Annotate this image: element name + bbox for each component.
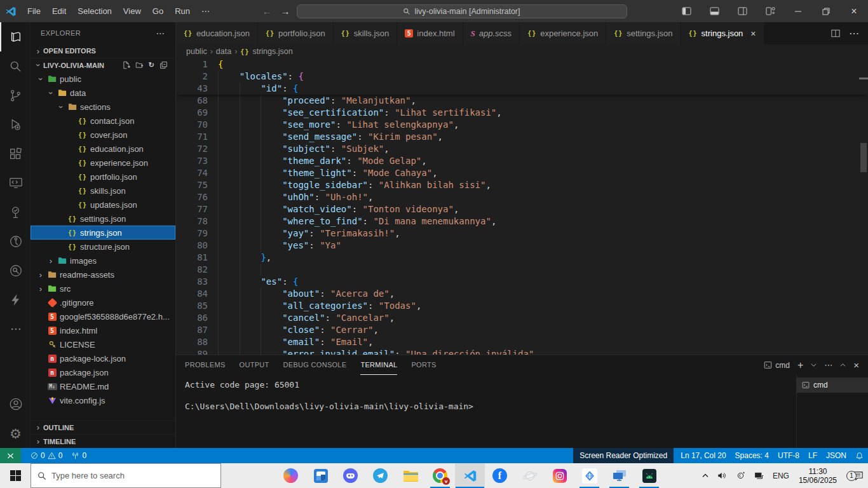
- customize-layout-icon[interactable]: [757, 1, 783, 22]
- taskbar-clock[interactable]: 11:30 15/06/2025: [794, 467, 842, 485]
- taskbar-app-file-explorer[interactable]: [395, 463, 425, 488]
- menu-run[interactable]: Run: [169, 6, 196, 16]
- code-editor[interactable]: 1{ 2"locales": { 43"id": { 68"proceed": …: [176, 58, 868, 355]
- tree-item-skills.json[interactable]: {} skills.json: [31, 184, 175, 198]
- collapse-folders-icon[interactable]: [159, 61, 168, 69]
- command-center-search[interactable]: livy-olivia-main [Administrator]: [297, 4, 627, 18]
- breadcrumb[interactable]: public›data›{} strings.json: [176, 44, 868, 58]
- tree-item-portfolio.json[interactable]: {} portfolio.json: [31, 170, 175, 184]
- tree-item-src[interactable]: › src: [31, 281, 175, 295]
- tree-item-LICENSE[interactable]: LICENSE: [31, 337, 175, 351]
- breadcrumb-item[interactable]: public: [186, 47, 207, 56]
- thunder-client-icon[interactable]: [0, 285, 30, 315]
- close-window-button[interactable]: ×: [841, 1, 867, 22]
- tab-education.json[interactable]: {}education.json: [176, 22, 258, 44]
- cursor-position[interactable]: Ln 17, Col 20: [676, 448, 730, 463]
- todo-tree-icon[interactable]: [0, 198, 30, 227]
- tree-item-strings.json[interactable]: {} strings.json: [31, 226, 175, 240]
- restore-button[interactable]: [813, 1, 839, 22]
- new-file-icon[interactable]: [122, 61, 130, 69]
- refresh-icon[interactable]: ↻: [149, 61, 154, 69]
- outline-section[interactable]: ›OUTLINE: [31, 420, 175, 434]
- terminal-dropdown-icon[interactable]: [811, 363, 817, 367]
- terminal-output[interactable]: Active code page: 65001 C:\Users\Dell\Do…: [176, 375, 796, 448]
- open-editors-section[interactable]: ›OPEN EDITORS: [31, 44, 175, 58]
- taskbar-app-telegram[interactable]: [365, 463, 395, 488]
- toggle-panel-icon[interactable]: [702, 1, 727, 22]
- panel-tab-debug-console[interactable]: DEBUG CONSOLE: [283, 355, 347, 375]
- more-views-icon[interactable]: [0, 315, 30, 344]
- toggle-primary-sidebar-icon[interactable]: [674, 1, 699, 22]
- tree-item-sections[interactable]: › sections: [31, 100, 175, 114]
- tray-expand-icon[interactable]: [698, 473, 713, 478]
- taskbar-app-photos[interactable]: [306, 463, 336, 488]
- tree-item-.gitignore[interactable]: .gitignore: [31, 295, 175, 309]
- menu-selection[interactable]: Selection: [72, 6, 117, 16]
- editor-scrollbar[interactable]: [859, 58, 868, 355]
- panel-tab-problems[interactable]: PROBLEMS: [185, 355, 226, 375]
- explorer-more-actions-icon[interactable]: ⋯: [156, 28, 165, 38]
- taskbar-app-instagram[interactable]: [545, 463, 574, 488]
- network-icon[interactable]: [750, 471, 768, 480]
- breadcrumb-item[interactable]: data: [216, 47, 231, 56]
- gitlens-inspect-icon[interactable]: [0, 256, 30, 285]
- search-icon[interactable]: [0, 51, 30, 81]
- workspace-section[interactable]: ›LIVY-OLIVIA-MAIN ↻: [31, 58, 175, 72]
- taskbar-app-planet[interactable]: [515, 463, 545, 488]
- tree-item-data[interactable]: › data: [31, 86, 175, 100]
- volume-icon[interactable]: [713, 471, 731, 480]
- extensions-icon[interactable]: [0, 139, 30, 168]
- start-button[interactable]: [0, 463, 31, 488]
- remote-indicator[interactable]: [0, 448, 21, 463]
- menu-edit[interactable]: Edit: [46, 6, 72, 16]
- notification-center-icon[interactable]: 1: [842, 471, 868, 481]
- tab-skills.json[interactable]: {}skills.json: [334, 22, 398, 44]
- panel-tab-ports[interactable]: PORTS: [411, 355, 436, 375]
- taskbar-app-discord[interactable]: [336, 463, 365, 488]
- terminal-instance-cmd[interactable]: cmd: [797, 377, 868, 393]
- terminal-profile-label[interactable]: cmd: [764, 361, 790, 370]
- minimize-button[interactable]: [785, 1, 811, 22]
- taskbar-app-diamond[interactable]: [574, 463, 604, 488]
- taskbar-app-facebook[interactable]: f: [485, 463, 515, 488]
- tab-portfolio.json[interactable]: {}portfolio.json: [258, 22, 334, 44]
- taskbar-app-android-emulator[interactable]: [634, 463, 664, 488]
- screen-reader-badge[interactable]: Screen Reader Optimized: [573, 448, 674, 463]
- tree-item-vite.config.js[interactable]: vite.config.js: [31, 393, 175, 407]
- gitlens-icon[interactable]: [0, 227, 30, 256]
- history-back-button[interactable]: ←: [262, 6, 272, 17]
- tab-strings.json[interactable]: {}strings.json×: [681, 22, 764, 44]
- panel-tab-output[interactable]: OUTPUT: [240, 355, 269, 375]
- menu-file[interactable]: File: [22, 6, 46, 16]
- account-icon[interactable]: [0, 390, 30, 419]
- tree-item-package.json[interactable]: n package.json: [31, 365, 175, 379]
- tab-app.scss[interactable]: Sapp.scss: [463, 22, 520, 44]
- ports-status[interactable]: 0: [67, 448, 91, 463]
- maximize-panel-icon[interactable]: [840, 363, 846, 367]
- tree-item-googlef5365888d6e877e2.h...[interactable]: 5 googlef5365888d6e877e2.h...: [31, 309, 175, 323]
- editor-more-actions-icon[interactable]: ⋯: [849, 27, 859, 39]
- tab-experience.json[interactable]: {}experience.json: [520, 22, 606, 44]
- menu-go[interactable]: Go: [147, 6, 169, 16]
- timeline-section[interactable]: ›TIMELINE: [31, 434, 175, 448]
- tree-item-index.html[interactable]: 5 index.html: [31, 323, 175, 337]
- tree-item-README.md[interactable]: M↓ README.md: [31, 379, 175, 393]
- toggle-secondary-sidebar-icon[interactable]: [729, 1, 755, 22]
- tab-settings.json[interactable]: {}settings.json: [606, 22, 681, 44]
- tree-item-package-lock.json[interactable]: n package-lock.json: [31, 351, 175, 365]
- encoding[interactable]: UTF-8: [773, 448, 804, 463]
- tree-item-updates.json[interactable]: {} updates.json: [31, 198, 175, 212]
- problems-status[interactable]: 0 0: [26, 448, 67, 463]
- language-mode[interactable]: JSON: [822, 448, 851, 463]
- history-forward-button[interactable]: →: [281, 6, 290, 17]
- explorer-icon[interactable]: [0, 22, 30, 51]
- taskbar-app-chrome[interactable]: v: [425, 463, 455, 488]
- close-tab-icon[interactable]: ×: [750, 29, 756, 39]
- notifications-bell-icon[interactable]: [851, 448, 868, 463]
- language-indicator[interactable]: ENG: [768, 471, 794, 480]
- tree-item-experience.json[interactable]: {} experience.json: [31, 156, 175, 170]
- new-folder-icon[interactable]: [135, 61, 144, 69]
- tree-item-contact.json[interactable]: {} contact.json: [31, 114, 175, 128]
- split-editor-icon[interactable]: [831, 29, 840, 37]
- indentation[interactable]: Spaces: 4: [731, 448, 773, 463]
